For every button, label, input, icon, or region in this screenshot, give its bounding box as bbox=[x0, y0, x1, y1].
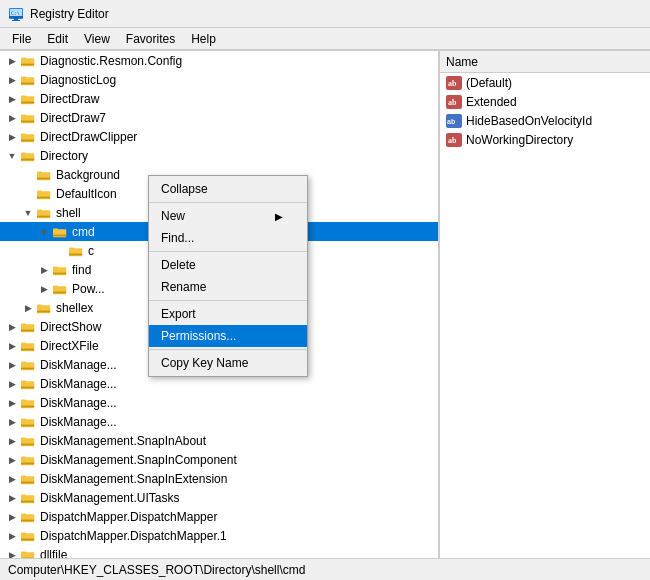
reg-label-noworkingdirectory: NoWorkingDirectory bbox=[466, 133, 573, 147]
ctx-label-permissions: Permissions... bbox=[161, 329, 236, 343]
tree-item-diskmgmt3[interactable]: DiskManage... bbox=[0, 393, 438, 412]
ctx-item-new[interactable]: New▶ bbox=[149, 205, 307, 227]
reg-row-noworkingdirectory[interactable]: ab NoWorkingDirectory bbox=[440, 130, 650, 149]
folder-icon-directdraw bbox=[20, 91, 36, 107]
folder-icon-find bbox=[52, 262, 68, 278]
tree-label-diagnostic-resmon: Diagnostic.Resmon.Config bbox=[40, 54, 182, 68]
svg-rect-93 bbox=[21, 462, 34, 464]
tree-item-dllfile[interactable]: dllfile bbox=[0, 545, 438, 558]
svg-rect-3 bbox=[14, 18, 18, 20]
svg-rect-92 bbox=[21, 456, 26, 459]
reg-icon-default: ab bbox=[446, 75, 462, 91]
expand-arrow-directory[interactable] bbox=[4, 148, 20, 164]
expand-arrow-directdrawclipper[interactable] bbox=[4, 129, 20, 145]
folder-icon-diskmgmt-uitasks bbox=[20, 490, 36, 506]
reg-row-hidebasedonvelocityid[interactable]: ab HideBasedOnVelocityId bbox=[440, 111, 650, 130]
expand-arrow-find[interactable] bbox=[36, 262, 52, 278]
expand-arrow-diskmgmt1[interactable] bbox=[4, 357, 20, 373]
menu-item-view[interactable]: View bbox=[76, 30, 118, 48]
ctx-label-collapse: Collapse bbox=[161, 182, 208, 196]
ctx-separator-sep1 bbox=[149, 202, 307, 203]
reg-label-default: (Default) bbox=[466, 76, 512, 90]
ctx-item-rename[interactable]: Rename bbox=[149, 276, 307, 298]
expand-arrow-directdraw[interactable] bbox=[4, 91, 20, 107]
svg-rect-4 bbox=[12, 20, 20, 21]
reg-row-extended[interactable]: ab Extended bbox=[440, 92, 650, 111]
folder-icon-shellex bbox=[36, 300, 52, 316]
svg-rect-77 bbox=[21, 386, 34, 388]
tree-label-diskmgmt-uitasks: DiskManagement.UITasks bbox=[40, 491, 179, 505]
menu-item-edit[interactable]: Edit bbox=[39, 30, 76, 48]
ctx-label-export: Export bbox=[161, 307, 196, 321]
tree-item-directdrawclipper[interactable]: DirectDrawClipper bbox=[0, 127, 438, 146]
title-text: Registry Editor bbox=[30, 7, 109, 21]
svg-rect-112 bbox=[21, 551, 26, 554]
status-text: Computer\HKEY_CLASSES_ROOT\Directory\she… bbox=[8, 563, 305, 577]
menu-item-file[interactable]: File bbox=[4, 30, 39, 48]
expand-arrow-diskmgmt-snapinabout[interactable] bbox=[4, 433, 20, 449]
folder-icon-diskmgmt-snapinextension bbox=[20, 471, 36, 487]
svg-rect-100 bbox=[21, 494, 26, 497]
expand-arrow-dllfile[interactable] bbox=[4, 547, 20, 559]
ctx-item-export[interactable]: Export bbox=[149, 303, 307, 325]
expand-arrow-diskmgmt-snapincomponent[interactable] bbox=[4, 452, 20, 468]
svg-rect-28 bbox=[21, 152, 26, 155]
tree-item-dispatchmapper1[interactable]: DispatchMapper.DispatchMapper.1 bbox=[0, 526, 438, 545]
expand-arrow-diskmgmt-uitasks[interactable] bbox=[4, 490, 20, 506]
ctx-item-copykeyname[interactable]: Copy Key Name bbox=[149, 352, 307, 374]
svg-rect-85 bbox=[21, 424, 34, 426]
tree-item-directory[interactable]: Directory bbox=[0, 146, 438, 165]
expand-arrow-cmd[interactable] bbox=[36, 224, 52, 240]
ctx-item-find[interactable]: Find... bbox=[149, 227, 307, 249]
expand-arrow-dispatchmapper1[interactable] bbox=[4, 528, 20, 544]
tree-label-dispatchmapper: DispatchMapper.DispatchMapper bbox=[40, 510, 217, 524]
svg-rect-2 bbox=[9, 16, 23, 18]
expand-arrow-diskmgmt-snapinextension[interactable] bbox=[4, 471, 20, 487]
expand-arrow-directshow[interactable] bbox=[4, 319, 20, 335]
svg-rect-72 bbox=[21, 361, 26, 364]
expand-arrow-directxfile[interactable] bbox=[4, 338, 20, 354]
svg-text:ab: ab bbox=[448, 136, 457, 145]
tree-item-diskmgmt-snapincomponent[interactable]: DiskManagement.SnapInComponent bbox=[0, 450, 438, 469]
tree-label-directdraw7: DirectDraw7 bbox=[40, 111, 106, 125]
folder-icon-powershell bbox=[52, 281, 68, 297]
expand-arrow-dispatchmapper[interactable] bbox=[4, 509, 20, 525]
ctx-separator-sep3 bbox=[149, 300, 307, 301]
tree-label-diskmgmt-snapincomponent: DiskManagement.SnapInComponent bbox=[40, 453, 237, 467]
menu-item-favorites[interactable]: Favorites bbox=[118, 30, 183, 48]
ctx-label-delete: Delete bbox=[161, 258, 196, 272]
expand-arrow-diagnosticlog[interactable] bbox=[4, 72, 20, 88]
ctx-item-delete[interactable]: Delete bbox=[149, 254, 307, 276]
svg-rect-88 bbox=[21, 437, 26, 440]
tree-item-dispatchmapper[interactable]: DispatchMapper.DispatchMapper bbox=[0, 507, 438, 526]
expand-arrow-diskmgmt3[interactable] bbox=[4, 395, 20, 411]
ctx-item-permissions[interactable]: Permissions... bbox=[149, 325, 307, 347]
tree-item-diskmgmt4[interactable]: DiskManage... bbox=[0, 412, 438, 431]
expand-arrow-diskmgmt4[interactable] bbox=[4, 414, 20, 430]
tree-item-diskmgmt-snapinabout[interactable]: DiskManagement.SnapInAbout bbox=[0, 431, 438, 450]
tree-item-diagnostic-resmon[interactable]: Diagnostic.Resmon.Config bbox=[0, 51, 438, 70]
tree-item-diagnosticlog[interactable]: DiagnosticLog bbox=[0, 70, 438, 89]
folder-icon-diagnostic-resmon bbox=[20, 53, 36, 69]
svg-rect-60 bbox=[37, 304, 42, 307]
reg-icon-extended: ab bbox=[446, 94, 462, 110]
tree-item-directdraw[interactable]: DirectDraw bbox=[0, 89, 438, 108]
expand-arrow-powershell[interactable] bbox=[36, 281, 52, 297]
svg-rect-20 bbox=[21, 114, 26, 117]
expand-arrow-diagnostic-resmon[interactable] bbox=[4, 53, 20, 69]
svg-rect-109 bbox=[21, 538, 34, 540]
svg-rect-69 bbox=[21, 348, 34, 350]
menu-item-help[interactable]: Help bbox=[183, 30, 224, 48]
expand-arrow-directdraw7[interactable] bbox=[4, 110, 20, 126]
tree-item-directdraw7[interactable]: DirectDraw7 bbox=[0, 108, 438, 127]
svg-rect-13 bbox=[21, 82, 34, 84]
tree-item-diskmgmt-uitasks[interactable]: DiskManagement.UITasks bbox=[0, 488, 438, 507]
tree-item-diskmgmt-snapinextension[interactable]: DiskManagement.SnapInExtension bbox=[0, 469, 438, 488]
tree-label-diagnosticlog: DiagnosticLog bbox=[40, 73, 116, 87]
svg-rect-108 bbox=[21, 532, 26, 535]
expand-arrow-shellex[interactable] bbox=[20, 300, 36, 316]
expand-arrow-shell[interactable] bbox=[20, 205, 36, 221]
ctx-item-collapse[interactable]: Collapse bbox=[149, 178, 307, 200]
reg-row-default[interactable]: ab (Default) bbox=[440, 73, 650, 92]
expand-arrow-diskmgmt2[interactable] bbox=[4, 376, 20, 392]
